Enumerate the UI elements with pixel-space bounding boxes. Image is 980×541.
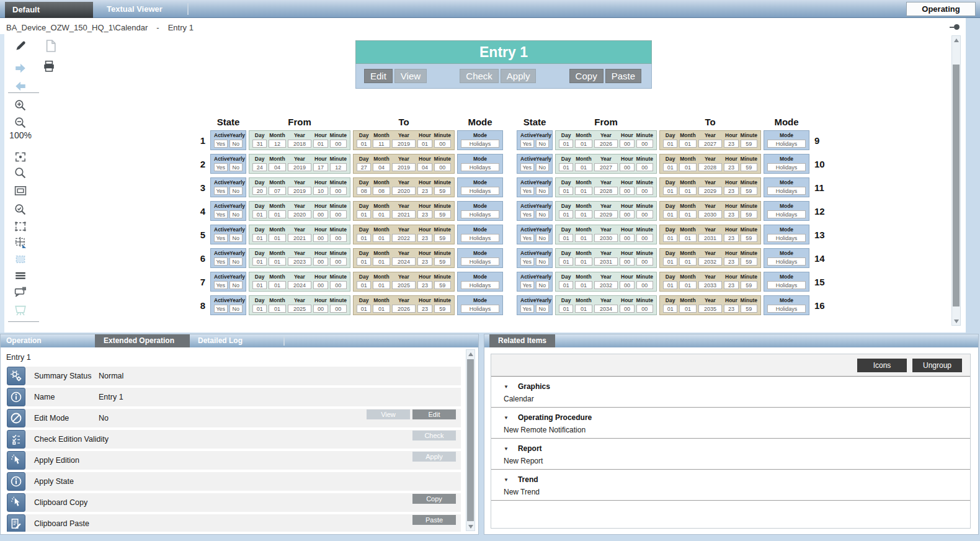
active-cell[interactable]: Yes [214, 210, 228, 218]
related-item-link[interactable]: New Remote Notification [504, 423, 970, 436]
from-minute-cell[interactable]: 00 [636, 281, 653, 289]
from-year-cell[interactable]: 2028 [594, 187, 618, 195]
to-year-cell[interactable]: 2033 [698, 281, 723, 289]
to-minute-cell[interactable]: 59 [741, 281, 757, 289]
yearly-cell[interactable]: No [536, 187, 550, 195]
to-month-cell[interactable]: 01 [679, 234, 696, 242]
to-year-cell[interactable]: 2027 [698, 140, 723, 148]
yearly-cell[interactable]: No [229, 210, 243, 218]
to-minute-cell[interactable]: 59 [741, 210, 757, 218]
from-year-cell[interactable]: 2027 [594, 163, 618, 171]
to-hour-cell[interactable]: 23 [724, 257, 738, 266]
zoom-in-icon[interactable] [13, 98, 28, 113]
scroll-up-arrow-icon[interactable] [952, 36, 960, 44]
to-hour-cell[interactable]: 23 [417, 234, 432, 242]
from-year-cell[interactable]: 2026 [594, 140, 618, 148]
from-day-cell[interactable]: 01 [559, 210, 573, 218]
scroll-down-arrow-icon[interactable] [952, 317, 960, 325]
fit-view-icon[interactable] [13, 150, 28, 164]
to-hour-cell[interactable]: 23 [417, 281, 432, 289]
to-hour-cell[interactable]: 23 [417, 187, 432, 195]
related-item-link[interactable]: New Trend [504, 485, 970, 498]
to-day-cell[interactable]: 01 [357, 234, 371, 242]
from-minute-cell[interactable]: 00 [636, 140, 653, 148]
from-day-cell[interactable]: 01 [252, 257, 267, 266]
yearly-cell[interactable]: No [229, 281, 243, 289]
mode-cell[interactable]: Holidays [767, 210, 806, 218]
operation-row[interactable]: Apply EditionApply [7, 451, 461, 470]
zoom-out-icon[interactable] [13, 115, 28, 130]
mode-cell[interactable]: Holidays [767, 305, 806, 313]
active-cell[interactable]: Yes [214, 257, 228, 266]
active-cell[interactable]: Yes [214, 140, 228, 148]
from-year-cell[interactable]: 2032 [594, 281, 618, 289]
from-minute-cell[interactable]: 00 [330, 281, 347, 289]
check-button[interactable]: Check [412, 431, 456, 440]
active-cell[interactable]: Yes [520, 140, 534, 148]
from-hour-cell[interactable]: 00 [313, 234, 327, 242]
ungroup-button[interactable]: Ungroup [912, 359, 962, 372]
active-cell[interactable]: Yes [214, 187, 228, 195]
yearly-cell[interactable]: No [229, 305, 243, 313]
mode-cell[interactable]: Holidays [767, 234, 806, 242]
to-hour-cell[interactable]: 23 [417, 257, 432, 266]
list-view-icon[interactable] [13, 269, 28, 284]
from-month-cell[interactable]: 01 [575, 140, 592, 148]
to-minute-cell[interactable]: 59 [741, 140, 757, 148]
related-section-header[interactable]: ▼Report [504, 443, 970, 454]
from-day-cell[interactable]: 24 [252, 163, 267, 171]
yearly-cell[interactable]: No [536, 234, 550, 242]
from-year-cell[interactable]: 2020 [288, 210, 312, 218]
from-minute-cell[interactable]: 00 [636, 163, 653, 171]
operation-row[interactable]: Summary StatusNormal [7, 367, 461, 385]
yearly-cell[interactable]: No [536, 281, 550, 289]
paste-button[interactable]: Paste [605, 69, 641, 83]
from-minute-cell[interactable]: 00 [330, 210, 347, 218]
from-hour-cell[interactable]: 00 [313, 305, 327, 313]
from-minute-cell[interactable]: 00 [330, 257, 347, 266]
to-minute-cell[interactable]: 59 [434, 257, 451, 266]
to-minute-cell[interactable]: 00 [434, 163, 451, 171]
to-day-cell[interactable]: 01 [357, 305, 371, 313]
yearly-cell[interactable]: No [536, 210, 550, 218]
to-day-cell[interactable]: 01 [663, 234, 677, 242]
from-month-cell[interactable]: 01 [575, 163, 592, 171]
to-minute-cell[interactable]: 59 [741, 234, 757, 242]
to-minute-cell[interactable]: 59 [434, 305, 451, 313]
mode-cell[interactable]: Holidays [767, 163, 806, 171]
search-icon[interactable] [13, 166, 28, 181]
active-cell[interactable]: Yes [214, 234, 228, 242]
from-day-cell[interactable]: 31 [252, 140, 267, 148]
from-minute-cell[interactable]: 12 [330, 163, 347, 171]
to-day-cell[interactable]: 08 [357, 187, 371, 195]
to-month-cell[interactable]: 11 [373, 140, 390, 148]
to-month-cell[interactable]: 01 [373, 257, 390, 266]
tab-operation[interactable]: Operation [6, 334, 42, 347]
mode-cell[interactable]: Holidays [767, 257, 806, 266]
related-section-header[interactable]: ▼Operating Procedure [504, 412, 970, 423]
related-section-header[interactable]: ▼Trend [504, 474, 970, 485]
to-hour-cell[interactable]: 04 [417, 163, 432, 171]
collapse-triangle-icon[interactable]: ▼ [504, 477, 509, 483]
from-hour-cell[interactable]: 00 [620, 305, 634, 313]
yearly-cell[interactable]: No [229, 234, 243, 242]
from-hour-cell[interactable]: 00 [620, 281, 634, 289]
mode-cell[interactable]: Holidays [461, 257, 499, 266]
pin-icon[interactable] [950, 24, 960, 30]
from-minute-cell[interactable]: 00 [636, 257, 653, 266]
from-month-cell[interactable]: 01 [269, 210, 285, 218]
from-hour-cell[interactable]: 00 [313, 210, 327, 218]
tab-extended-operation[interactable]: Extended Operation [95, 334, 190, 347]
from-day-cell[interactable]: 01 [559, 305, 573, 313]
from-month-cell[interactable]: 01 [269, 281, 285, 289]
from-year-cell[interactable]: 2034 [594, 305, 618, 313]
from-month-cell[interactable]: 04 [269, 163, 285, 171]
edit-button[interactable]: Edit [412, 409, 456, 419]
from-month-cell[interactable]: 01 [575, 234, 592, 242]
from-minute-cell[interactable]: 00 [636, 234, 653, 242]
from-day-cell[interactable]: 01 [559, 257, 573, 266]
from-day-cell[interactable]: 01 [559, 234, 573, 242]
mode-cell[interactable]: Holidays [461, 305, 499, 313]
from-minute-cell[interactable]: 00 [330, 305, 347, 313]
mode-cell[interactable]: Holidays [461, 187, 499, 195]
